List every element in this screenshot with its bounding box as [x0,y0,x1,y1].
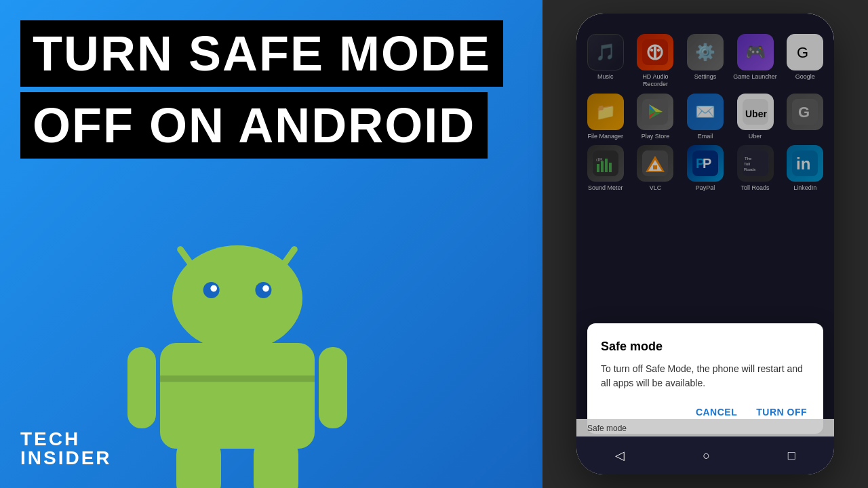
brand-tech: TECH [20,430,112,449]
svg-rect-7 [160,343,315,449]
svg-rect-8 [127,347,156,428]
dialog-overlay: Safe mode To turn off Safe Mode, the pho… [576,14,834,474]
title-area: TURN SAFE MODE OFF ON ANDROID [20,20,515,159]
dialog-title: Safe mode [601,340,810,354]
svg-rect-9 [319,347,347,428]
svg-rect-12 [160,375,315,382]
recent-button[interactable]: □ [788,449,795,463]
svg-rect-10 [176,436,221,488]
safe-mode-text: Safe mode [587,424,627,433]
branding: TECH INSIDER [20,430,112,468]
safe-mode-bar: Safe mode [576,419,834,436]
svg-point-2 [172,245,302,351]
android-robot [108,217,366,488]
safe-mode-dialog: Safe mode To turn off Safe Mode, the pho… [587,323,823,434]
title-line1: TURN SAFE MODE [33,26,491,81]
phone-screen: 🎵 Music HD Audio Recorder ⚙️ Settings 🎮 … [576,14,834,474]
nav-bar: ◁ ○ □ [576,436,834,474]
svg-rect-11 [254,436,298,488]
dialog-body: To turn off Safe Mode, the phone will re… [601,362,810,390]
phone-mockup: 🎵 Music HD Audio Recorder ⚙️ Settings 🎮 … [576,14,834,474]
svg-point-6 [262,285,269,292]
brand-insider: INSIDER [20,449,112,468]
left-panel: TURN SAFE MODE OFF ON ANDROID [0,0,542,488]
title-line2: OFF ON ANDROID [33,98,475,152]
back-button[interactable]: ◁ [615,448,625,463]
svg-point-5 [210,285,217,292]
right-panel: 🎵 Music HD Audio Recorder ⚙️ Settings 🎮 … [542,0,868,488]
home-button[interactable]: ○ [703,449,710,463]
